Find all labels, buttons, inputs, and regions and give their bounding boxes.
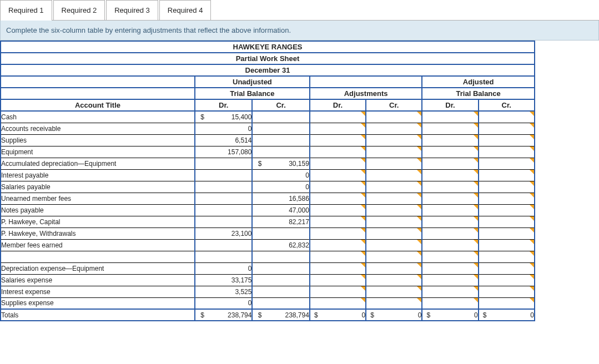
adjbal-cr[interactable] — [491, 111, 535, 123]
adj-dr[interactable] — [322, 297, 366, 309]
adjbal-dr[interactable] — [434, 123, 478, 134]
adj-cr[interactable] — [378, 297, 422, 309]
adj-dr[interactable] — [322, 146, 366, 158]
adjbal-cr-sym — [479, 123, 491, 134]
tab-required-3[interactable]: Required 3 — [106, 0, 158, 20]
adj-dr-sym — [310, 297, 322, 309]
blank-header — [1, 76, 195, 88]
adjbal-cr[interactable] — [491, 169, 535, 181]
adj-cr[interactable] — [378, 228, 422, 239]
account-title-cell: Interest expense — [1, 286, 195, 297]
adjbal-dr[interactable] — [434, 274, 478, 286]
adjbal-cr[interactable] — [491, 216, 535, 228]
adj-dr[interactable] — [322, 228, 366, 239]
adj-dr[interactable] — [322, 158, 366, 169]
unadj-cr-sym — [252, 239, 266, 251]
adj-cr[interactable] — [378, 193, 422, 204]
adjbal-dr[interactable] — [434, 134, 478, 146]
unadj-dr: 0 — [209, 297, 252, 309]
adjbal-dr[interactable] — [434, 251, 478, 262]
adjbal-cr[interactable] — [491, 251, 535, 262]
adj-dr[interactable] — [322, 216, 366, 228]
account-title-cell: Salaries expense — [1, 274, 195, 286]
adj-dr[interactable] — [322, 204, 366, 216]
adj-cr-sym — [366, 123, 378, 134]
adjbal-cr[interactable] — [491, 181, 535, 193]
adjbal-dr[interactable] — [434, 158, 478, 169]
unadj-cr-sym — [252, 169, 266, 181]
adjbal-dr[interactable] — [434, 239, 478, 251]
adj-cr[interactable] — [378, 181, 422, 193]
adjbal-cr-sym — [479, 169, 491, 181]
adj-dr-sym — [310, 134, 322, 146]
adj-dr-sym — [310, 216, 322, 228]
adj-dr-sym — [310, 251, 322, 262]
adjbal-cr[interactable] — [491, 146, 535, 158]
adj-cr[interactable] — [378, 134, 422, 146]
adjbal-cr[interactable] — [491, 274, 535, 286]
unadj-cr: 62,832 — [267, 239, 310, 251]
adjbal-cr[interactable] — [491, 204, 535, 216]
adj-cr[interactable] — [378, 158, 422, 169]
adjbal-cr[interactable] — [491, 262, 535, 274]
adjbal-dr[interactable] — [434, 286, 478, 297]
group-header-unadjusted: Unadjusted — [195, 76, 310, 88]
adjbal-cr[interactable] — [491, 134, 535, 146]
adj-cr[interactable] — [378, 262, 422, 274]
adj-dr[interactable] — [322, 274, 366, 286]
unadj-cr — [267, 286, 310, 297]
adjbal-cr[interactable] — [491, 123, 535, 134]
adj-cr[interactable] — [378, 123, 422, 134]
adj-cr[interactable] — [378, 169, 422, 181]
adj-cr[interactable] — [378, 216, 422, 228]
unadj-dr: 0 — [209, 123, 252, 134]
adj-dr[interactable] — [322, 169, 366, 181]
totals-adj-dr-sym: $ — [310, 309, 322, 321]
adj-cr[interactable] — [378, 111, 422, 123]
adjbal-dr[interactable] — [434, 146, 478, 158]
tab-required-1[interactable]: Required 1 — [0, 0, 52, 20]
tab-required-4[interactable]: Required 4 — [159, 0, 212, 20]
sub-unadjusted: Trial Balance — [195, 88, 310, 99]
adj-dr[interactable] — [322, 134, 366, 146]
adj-dr[interactable] — [322, 193, 366, 204]
adjbal-cr-sym — [479, 158, 491, 169]
adj-dr[interactable] — [322, 181, 366, 193]
instruction-text: Complete the six-column table by enterin… — [0, 21, 599, 41]
adj-dr[interactable] — [322, 251, 366, 262]
adjbal-dr[interactable] — [434, 181, 478, 193]
adjbal-cr[interactable] — [491, 158, 535, 169]
adj-dr[interactable] — [322, 286, 366, 297]
adj-dr[interactable] — [322, 123, 366, 134]
adj-cr[interactable] — [378, 274, 422, 286]
totals-label: Totals — [1, 309, 195, 321]
adj-dr-sym — [310, 286, 322, 297]
adjbal-cr-sym — [479, 111, 491, 123]
adjbal-dr[interactable] — [434, 216, 478, 228]
adjbal-cr[interactable] — [491, 297, 535, 309]
adjbal-cr[interactable] — [491, 286, 535, 297]
adj-dr[interactable] — [322, 239, 366, 251]
adjbal-cr[interactable] — [491, 228, 535, 239]
adj-dr[interactable] — [322, 111, 366, 123]
adj-dr[interactable] — [322, 262, 366, 274]
adjbal-dr[interactable] — [434, 169, 478, 181]
adjbal-dr[interactable] — [434, 111, 478, 123]
adjbal-dr[interactable] — [434, 228, 478, 239]
adjbal-cr[interactable] — [491, 193, 535, 204]
totals-unadj-dr-sym: $ — [195, 309, 209, 321]
adj-cr[interactable] — [378, 204, 422, 216]
adj-cr-sym — [366, 297, 378, 309]
adjbal-dr[interactable] — [434, 193, 478, 204]
adj-cr-sym — [366, 262, 378, 274]
tab-required-2[interactable]: Required 2 — [53, 0, 105, 20]
adjbal-dr[interactable] — [434, 297, 478, 309]
adjbal-dr[interactable] — [434, 204, 478, 216]
adjbal-dr[interactable] — [434, 262, 478, 274]
table-row: Accumulated depreciation—Equipment$30,15… — [1, 158, 535, 169]
adj-cr[interactable] — [378, 239, 422, 251]
adj-cr[interactable] — [378, 146, 422, 158]
adj-cr[interactable] — [378, 251, 422, 262]
adjbal-cr[interactable] — [491, 239, 535, 251]
adj-cr[interactable] — [378, 286, 422, 297]
